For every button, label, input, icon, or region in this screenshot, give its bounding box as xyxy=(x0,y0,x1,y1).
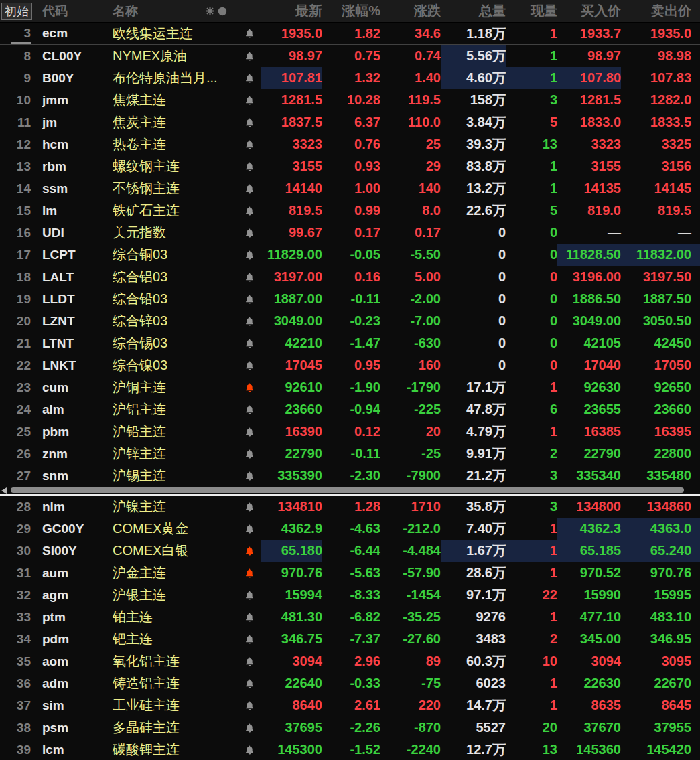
alert-bell-icon[interactable] xyxy=(244,272,255,283)
alert-bell-icon[interactable] xyxy=(244,294,255,305)
alert-bell-icon[interactable] xyxy=(244,700,255,711)
cell-bid: 23655 xyxy=(557,398,621,421)
table-row[interactable]: 32agm沪银主连15994-8.33-145497.1万22159901599… xyxy=(0,584,700,606)
table-row[interactable]: 11jm焦炭主连1837.56.37110.03.84万51833.01833.… xyxy=(0,111,700,133)
alert-bell-icon[interactable] xyxy=(244,568,255,579)
scroll-left-arrow-icon[interactable] xyxy=(1,487,7,494)
table-row[interactable]: 25pbm沪铅主连163900.12204.79万11638516395 xyxy=(0,421,700,443)
alert-bell-icon[interactable] xyxy=(244,73,255,84)
table-row[interactable]: 31aum沪金主连970.76-5.63-57.9028.6万1970.5297… xyxy=(0,562,700,584)
table-row[interactable]: 36adm铸造铝主连22640-0.33-75602312263022670 xyxy=(0,672,700,694)
alert-bell-icon[interactable] xyxy=(244,612,255,623)
alert-bell-icon[interactable] xyxy=(244,139,255,150)
alert-bell-icon[interactable] xyxy=(244,206,255,216)
alert-bell-icon[interactable] xyxy=(244,183,255,194)
cell-last: 107.81 xyxy=(261,67,322,89)
column-header-last[interactable]: 最新 xyxy=(261,0,322,22)
column-header-pct[interactable]: 涨幅% xyxy=(322,0,380,22)
alert-bell-icon[interactable] xyxy=(244,471,255,481)
cell-cur: 1 xyxy=(506,672,557,694)
alert-bell-icon[interactable] xyxy=(244,502,255,512)
alert-bell-icon[interactable] xyxy=(244,316,255,327)
table-row[interactable]: 17LCPT综合铜0311829.00-0.05-5.500011828.501… xyxy=(0,244,700,266)
star-icon[interactable] xyxy=(206,7,214,15)
table-row[interactable]: 15im铁矿石主连819.50.998.022.6万5819.0819.5 xyxy=(0,200,700,222)
cell-pct: -2.26 xyxy=(322,716,380,739)
cell-last: 145300 xyxy=(261,739,322,760)
alert-bell-icon[interactable] xyxy=(244,546,255,556)
table-row[interactable]: 8CL00YNYMEX原油98.970.750.745.56万198.9798.… xyxy=(0,45,700,67)
table-row[interactable]: 30SI00YCOMEX白银65.180-6.44-4.4841.67万165.… xyxy=(0,540,700,562)
cell-pct: 1.32 xyxy=(322,67,380,89)
alert-bell-icon[interactable] xyxy=(244,590,255,601)
alert-bell-icon[interactable] xyxy=(244,338,255,349)
cell-alert xyxy=(238,672,261,694)
alert-bell-icon[interactable] xyxy=(244,250,255,260)
table-row[interactable]: 38psm多晶硅主连37695-2.26-8705527203767037955 xyxy=(0,716,700,739)
alert-bell-icon[interactable] xyxy=(244,117,255,128)
cell-code: im xyxy=(37,200,111,222)
cell-name: 铸造铝主连 xyxy=(111,672,238,694)
cell-pct: -5.63 xyxy=(322,562,380,584)
table-row[interactable]: 13rbm螺纹钢主连31550.932983.8万131553156 xyxy=(0,155,700,177)
alert-bell-icon[interactable] xyxy=(244,382,255,393)
cell-last: 4362.9 xyxy=(261,518,322,540)
alert-bell-icon[interactable] xyxy=(244,95,255,106)
table-row[interactable]: 28nim沪镍主连1348101.28171035.8万313480013486… xyxy=(0,496,700,518)
column-header-chg[interactable]: 涨跌 xyxy=(380,0,441,22)
alert-bell-icon[interactable] xyxy=(244,360,255,371)
column-header-bell[interactable] xyxy=(238,0,261,22)
circle-icon[interactable] xyxy=(218,7,227,16)
alert-bell-icon[interactable] xyxy=(244,51,255,62)
column-header-bid[interactable]: 买入价 xyxy=(557,0,621,22)
alert-bell-icon[interactable] xyxy=(244,634,255,645)
table-row[interactable]: 34pdm钯主连346.75-7.37-27.6034832345.00346.… xyxy=(0,628,700,650)
cell-name: 沪锡主连 xyxy=(111,465,238,487)
scrollbar-thumb[interactable] xyxy=(11,487,684,493)
cell-vol: 7.40万 xyxy=(441,518,506,540)
table-row[interactable]: 26znm沪锌主连22790-0.11-259.91万22279022800 xyxy=(0,443,700,465)
column-header-name[interactable]: 名称 xyxy=(111,0,238,22)
table-row[interactable]: 37sim工业硅主连86402.6122014.7万186358645 xyxy=(0,694,700,716)
table-row[interactable]: 23cum沪铜主连92610-1.90-179017.1万19263092650 xyxy=(0,376,700,398)
alert-bell-icon[interactable] xyxy=(244,656,255,667)
horizontal-scrollbar[interactable] xyxy=(0,487,700,494)
alert-bell-icon[interactable] xyxy=(244,449,255,459)
table-row[interactable]: 18LALT综合铝033197.000.165.00003196.003197.… xyxy=(0,266,700,288)
table-row[interactable]: 21LTNT综合锡0342210-1.47-630004210542450 xyxy=(0,332,700,354)
table-row[interactable]: 39lcm碳酸锂主连145300-1.52-224012.7万131453601… xyxy=(0,739,700,760)
column-header-code[interactable]: 代码 xyxy=(37,0,111,22)
table-row[interactable]: 10jmm焦煤主连1281.510.28119.5158万31281.51282… xyxy=(0,89,700,111)
table-row[interactable]: 35aom氧化铝主连30942.968960.3万1030943095 xyxy=(0,650,700,672)
alert-bell-icon[interactable] xyxy=(244,404,255,415)
column-header-vol[interactable]: 总量 xyxy=(441,0,506,22)
table-row[interactable]: 3ecm欧线集运主连1935.01.8234.61.18万11933.71935… xyxy=(0,23,700,45)
cell-pct: -1.90 xyxy=(322,376,380,398)
table-row[interactable]: 33ptm铂主连481.30-6.82-35.2592761477.10483.… xyxy=(0,606,700,628)
alert-bell-icon[interactable] xyxy=(244,745,255,755)
column-header-ask[interactable]: 卖出价 xyxy=(621,0,700,22)
alert-bell-icon[interactable] xyxy=(244,228,255,238)
alert-bell-icon[interactable] xyxy=(244,524,255,534)
alert-bell-icon[interactable] xyxy=(244,427,255,437)
table-row[interactable]: 16UDI美元指数99.670.170.1700—— xyxy=(0,222,700,244)
table-row[interactable]: 27snm沪锡主连335390-2.30-790021.2万3335340335… xyxy=(0,465,700,487)
table-row[interactable]: 12hcm热卷主连33230.762539.3万1333233325 xyxy=(0,133,700,155)
table-row[interactable]: 22LNKT综合镍03170450.95160001704017050 xyxy=(0,354,700,376)
table-row[interactable]: 14ssm不锈钢主连141401.0014013.2万11413514145 xyxy=(0,177,700,200)
table-row[interactable]: 20LZNT综合锌033049.00-0.23-7.00003049.00305… xyxy=(0,310,700,332)
table-row[interactable]: 29GC00YCOMEX黄金4362.9-4.63-212.07.40万1436… xyxy=(0,518,700,540)
alert-bell-icon[interactable] xyxy=(244,28,255,39)
cell-ask: 483.10 xyxy=(621,606,700,628)
alert-bell-icon[interactable] xyxy=(244,723,255,733)
alert-bell-icon[interactable] xyxy=(244,161,255,172)
cell-vol: 5.56万 xyxy=(441,45,506,67)
table-row[interactable]: 24alm沪铝主连23660-0.94-22547.8万62365523660 xyxy=(0,398,700,421)
init-sort-button[interactable]: 初始 xyxy=(1,3,32,20)
table-row[interactable]: 19LLDT综合铅031887.00-0.11-2.00001886.50188… xyxy=(0,288,700,310)
column-header-cur[interactable]: 现量 xyxy=(506,0,557,22)
table-row[interactable]: 9B00Y布伦特原油当月...107.811.321.404.60万1107.8… xyxy=(0,67,700,89)
alert-bell-icon[interactable] xyxy=(244,678,255,689)
cell-code: snm xyxy=(37,465,111,487)
column-header-init[interactable]: 初始 xyxy=(0,0,37,22)
